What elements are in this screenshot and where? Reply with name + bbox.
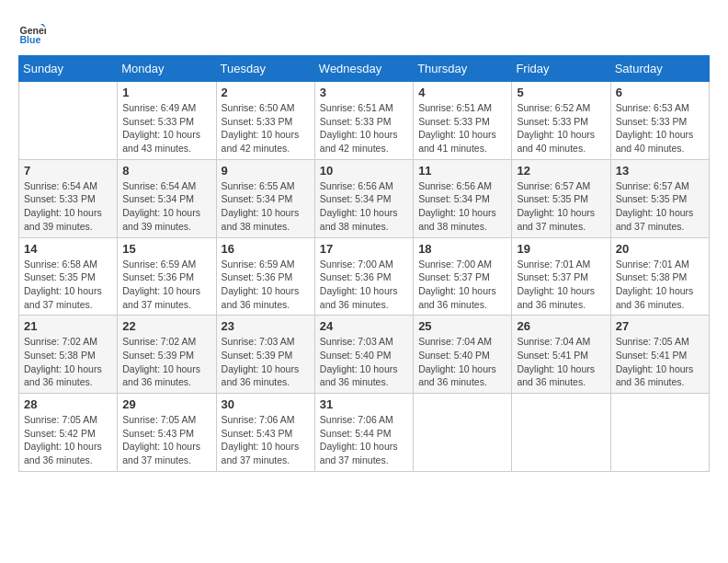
calendar-week-row: 21Sunrise: 7:02 AMSunset: 5:38 PMDayligh… [19,316,710,394]
calendar-body: 1Sunrise: 6:49 AMSunset: 5:33 PMDaylight… [19,82,710,472]
day-number: 7 [24,164,112,178]
day-info: Sunrise: 7:01 AMSunset: 5:37 PMDaylight:… [517,258,605,312]
calendar-cell: 21Sunrise: 7:02 AMSunset: 5:38 PMDayligh… [19,316,118,394]
calendar-cell: 15Sunrise: 6:59 AMSunset: 5:36 PMDayligh… [118,237,216,316]
calendar-cell: 27Sunrise: 7:05 AMSunset: 5:41 PMDayligh… [610,316,709,394]
day-info: Sunrise: 6:56 AMSunset: 5:34 PMDaylight:… [418,179,506,234]
day-number: 9 [222,164,310,178]
day-number: 2 [222,86,310,99]
day-info: Sunrise: 7:00 AMSunset: 5:37 PMDaylight:… [418,258,506,312]
day-info: Sunrise: 6:49 AMSunset: 5:33 PMDaylight:… [122,101,210,155]
calendar-cell: 17Sunrise: 7:00 AMSunset: 5:36 PMDayligh… [314,237,413,316]
day-info: Sunrise: 6:50 AMSunset: 5:33 PMDaylight:… [222,101,310,155]
calendar-header-row: SundayMondayTuesdayWednesdayThursdayFrid… [19,56,710,82]
day-number: 16 [222,242,310,256]
day-info: Sunrise: 7:02 AMSunset: 5:39 PMDaylight:… [122,335,210,389]
calendar-cell: 24Sunrise: 7:03 AMSunset: 5:40 PMDayligh… [314,316,413,394]
day-header-saturday: Saturday [610,56,709,82]
calendar-table: SundayMondayTuesdayWednesdayThursdayFrid… [18,55,710,472]
day-number: 30 [222,397,310,411]
day-info: Sunrise: 7:04 AMSunset: 5:40 PMDaylight:… [418,335,506,389]
day-number: 15 [122,242,210,256]
calendar-week-row: 28Sunrise: 7:05 AMSunset: 5:42 PMDayligh… [19,394,710,472]
day-number: 23 [222,319,310,333]
calendar-cell: 2Sunrise: 6:50 AMSunset: 5:33 PMDaylight… [216,82,314,160]
day-number: 29 [122,397,210,411]
logo: General Blue [18,18,48,46]
day-number: 21 [24,319,112,333]
calendar-cell [610,394,709,472]
day-number: 10 [320,164,408,178]
day-number: 1 [122,86,210,99]
day-header-tuesday: Tuesday [216,56,314,82]
day-number: 20 [616,242,704,256]
calendar-cell: 6Sunrise: 6:53 AMSunset: 5:33 PMDaylight… [610,82,709,160]
day-info: Sunrise: 7:03 AMSunset: 5:40 PMDaylight:… [320,335,408,389]
day-info: Sunrise: 6:53 AMSunset: 5:33 PMDaylight:… [616,101,704,155]
calendar-cell: 13Sunrise: 6:57 AMSunset: 5:35 PMDayligh… [610,159,709,237]
day-info: Sunrise: 6:57 AMSunset: 5:35 PMDaylight:… [517,179,605,234]
calendar-cell: 16Sunrise: 6:59 AMSunset: 5:36 PMDayligh… [216,237,314,316]
day-number: 18 [418,242,506,256]
day-number: 31 [320,397,408,411]
calendar-cell: 19Sunrise: 7:01 AMSunset: 5:37 PMDayligh… [512,237,610,316]
day-info: Sunrise: 7:00 AMSunset: 5:36 PMDaylight:… [320,258,408,312]
calendar-cell: 28Sunrise: 7:05 AMSunset: 5:42 PMDayligh… [19,394,118,472]
calendar-cell: 1Sunrise: 6:49 AMSunset: 5:33 PMDaylight… [118,82,216,160]
day-info: Sunrise: 7:02 AMSunset: 5:38 PMDaylight:… [24,335,112,389]
day-info: Sunrise: 6:57 AMSunset: 5:35 PMDaylight:… [616,179,704,234]
day-number: 14 [24,242,112,256]
calendar-cell [19,82,118,160]
calendar-cell: 4Sunrise: 6:51 AMSunset: 5:33 PMDaylight… [414,82,512,160]
calendar-cell: 10Sunrise: 6:56 AMSunset: 5:34 PMDayligh… [314,159,413,237]
day-number: 25 [418,319,506,333]
day-info: Sunrise: 6:51 AMSunset: 5:33 PMDaylight:… [320,101,408,155]
day-number: 19 [517,242,605,256]
day-number: 4 [418,86,506,99]
day-info: Sunrise: 7:06 AMSunset: 5:43 PMDaylight:… [222,413,310,467]
day-number: 26 [517,319,605,333]
calendar-cell: 7Sunrise: 6:54 AMSunset: 5:33 PMDaylight… [19,159,118,237]
calendar-cell: 8Sunrise: 6:54 AMSunset: 5:34 PMDaylight… [118,159,216,237]
day-number: 13 [616,164,704,178]
calendar-cell: 25Sunrise: 7:04 AMSunset: 5:40 PMDayligh… [414,316,512,394]
calendar-cell [414,394,512,472]
calendar-cell: 5Sunrise: 6:52 AMSunset: 5:33 PMDaylight… [512,82,610,160]
day-header-monday: Monday [118,56,216,82]
day-number: 28 [24,397,112,411]
day-number: 12 [517,164,605,178]
day-info: Sunrise: 7:06 AMSunset: 5:44 PMDaylight:… [320,413,408,467]
day-info: Sunrise: 6:52 AMSunset: 5:33 PMDaylight:… [517,101,605,155]
calendar-cell: 29Sunrise: 7:05 AMSunset: 5:43 PMDayligh… [118,394,216,472]
day-info: Sunrise: 6:54 AMSunset: 5:33 PMDaylight:… [24,179,112,234]
page-header: General Blue [18,18,710,46]
calendar-cell: 20Sunrise: 7:01 AMSunset: 5:38 PMDayligh… [610,237,709,316]
day-number: 3 [320,86,408,99]
day-header-wednesday: Wednesday [314,56,413,82]
calendar-week-row: 1Sunrise: 6:49 AMSunset: 5:33 PMDaylight… [19,82,710,160]
day-number: 27 [616,319,704,333]
calendar-week-row: 7Sunrise: 6:54 AMSunset: 5:33 PMDaylight… [19,159,710,237]
day-number: 17 [320,242,408,256]
calendar-cell: 9Sunrise: 6:55 AMSunset: 5:34 PMDaylight… [216,159,314,237]
day-header-thursday: Thursday [414,56,512,82]
calendar-cell: 14Sunrise: 6:58 AMSunset: 5:35 PMDayligh… [19,237,118,316]
day-header-friday: Friday [512,56,610,82]
day-info: Sunrise: 6:55 AMSunset: 5:34 PMDaylight:… [222,179,310,234]
calendar-cell: 3Sunrise: 6:51 AMSunset: 5:33 PMDaylight… [314,82,413,160]
calendar-cell: 12Sunrise: 6:57 AMSunset: 5:35 PMDayligh… [512,159,610,237]
day-number: 11 [418,164,506,178]
calendar-cell: 18Sunrise: 7:00 AMSunset: 5:37 PMDayligh… [414,237,512,316]
calendar-week-row: 14Sunrise: 6:58 AMSunset: 5:35 PMDayligh… [19,237,710,316]
day-info: Sunrise: 6:56 AMSunset: 5:34 PMDaylight:… [320,179,408,234]
day-number: 8 [122,164,210,178]
calendar-cell: 26Sunrise: 7:04 AMSunset: 5:41 PMDayligh… [512,316,610,394]
day-info: Sunrise: 6:54 AMSunset: 5:34 PMDaylight:… [122,179,210,234]
calendar-cell: 30Sunrise: 7:06 AMSunset: 5:43 PMDayligh… [216,394,314,472]
day-number: 22 [122,319,210,333]
calendar-cell: 23Sunrise: 7:03 AMSunset: 5:39 PMDayligh… [216,316,314,394]
logo-icon: General Blue [18,18,46,46]
day-header-sunday: Sunday [19,56,118,82]
calendar-cell: 11Sunrise: 6:56 AMSunset: 5:34 PMDayligh… [414,159,512,237]
day-info: Sunrise: 7:04 AMSunset: 5:41 PMDaylight:… [517,335,605,389]
